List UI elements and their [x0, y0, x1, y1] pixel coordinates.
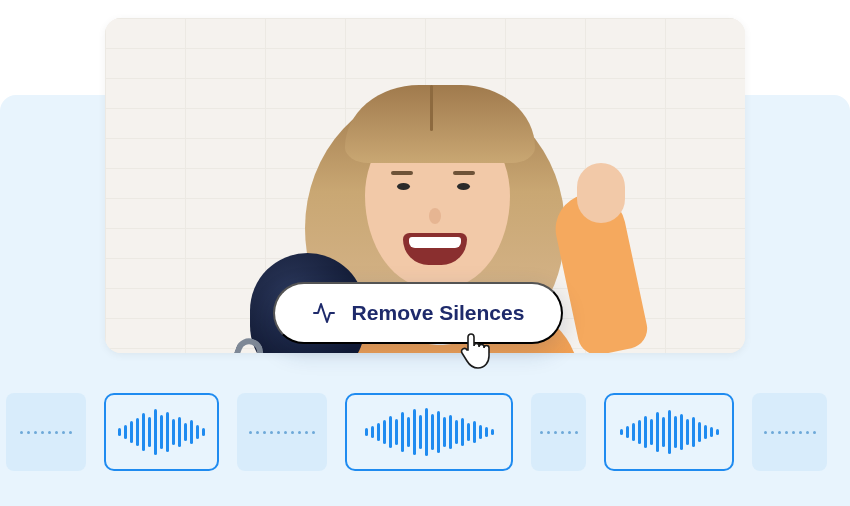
- remove-silences-button[interactable]: Remove Silences: [273, 282, 563, 344]
- audio-segment[interactable]: [604, 393, 734, 471]
- remove-silences-label: Remove Silences: [352, 301, 525, 325]
- silence-segment[interactable]: [752, 393, 827, 471]
- silence-segment[interactable]: [6, 393, 86, 471]
- pulse-icon: [312, 301, 336, 325]
- waveform-icon: [118, 409, 205, 455]
- pointer-cursor-icon: [458, 330, 492, 370]
- silence-segment[interactable]: [531, 393, 586, 471]
- silence-segment[interactable]: [237, 393, 327, 471]
- waveform-icon: [365, 408, 494, 456]
- audio-segment[interactable]: [104, 393, 219, 471]
- audio-segment[interactable]: [345, 393, 513, 471]
- waveform-icon: [620, 410, 719, 454]
- audio-timeline[interactable]: [0, 382, 850, 482]
